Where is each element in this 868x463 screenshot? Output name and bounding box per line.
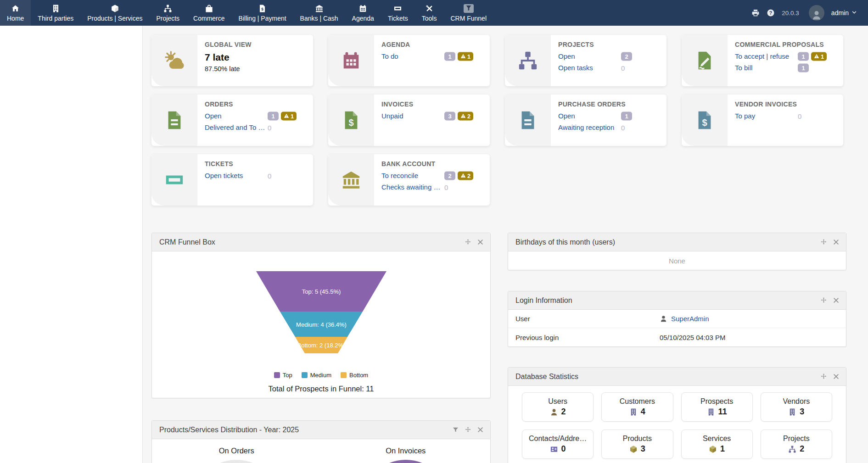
birthdays-empty-label: None (508, 251, 846, 270)
user-menu[interactable]: admin (831, 9, 857, 17)
stat-card-customers[interactable]: Customers4 (601, 392, 673, 422)
nav-item-billing-payment[interactable]: $Billing | Payment (232, 0, 293, 26)
file-signature-icon (694, 50, 715, 71)
infobox-link[interactable]: Open (558, 52, 575, 60)
close-widget-icon[interactable] (833, 297, 840, 304)
legend-item-top: Top (274, 372, 292, 379)
zero-value: 0 (444, 183, 448, 191)
move-widget-icon[interactable] (820, 297, 827, 304)
stat-card-vendors[interactable]: Vendors3 (761, 392, 832, 422)
user-avatar[interactable] (809, 5, 824, 21)
nav-item-products-services[interactable]: Products | Services (80, 0, 149, 26)
stat-card-users[interactable]: Users2 (522, 392, 594, 422)
move-widget-icon[interactable] (465, 426, 471, 433)
nav-item-agenda[interactable]: Agenda (345, 0, 381, 26)
close-widget-icon[interactable] (477, 239, 484, 245)
tickets-icon (393, 4, 402, 13)
pie-chart (362, 460, 449, 463)
cube-icon (709, 445, 717, 453)
distribution-widget-header: Products/Services Distribution - Year: 2… (152, 421, 490, 439)
infobox-link[interactable]: Checks awaiting … (381, 183, 440, 191)
nav-item-home[interactable]: Home (0, 0, 31, 26)
zero-value: 0 (268, 172, 271, 179)
nav-item-label: CRM Funnel (450, 15, 487, 22)
infobox-icon-pane (328, 35, 374, 86)
infobox-link[interactable]: Open tasks (558, 64, 593, 72)
infobox-link[interactable]: Delivered and To … (205, 123, 265, 131)
infobox-link[interactable]: To do (381, 52, 398, 60)
infobox-icon-pane (505, 95, 551, 146)
stat-card-value: 0 (561, 444, 566, 454)
file-dollar-icon: $ (341, 110, 362, 131)
nav-item-label: Tickets (388, 15, 408, 22)
infobox-link[interactable]: Unpaid (381, 112, 403, 120)
infobox-link[interactable]: Open (205, 112, 222, 120)
products-icon (111, 4, 119, 13)
warning-badge: 1 (458, 52, 473, 61)
infobox-link[interactable]: Open (558, 112, 575, 120)
login-info-widget: Login Information UserSuperAdminPrevious… (508, 291, 846, 347)
top-navbar: HomeThird partiesProducts | ServicesProj… (0, 0, 868, 26)
infobox-sub-value: 87.50% late (205, 64, 308, 74)
nav-item-tickets[interactable]: Tickets (381, 0, 415, 26)
move-widget-icon[interactable] (465, 239, 471, 245)
bank-icon (341, 169, 362, 190)
distribution-widget-title: Products/Services Distribution - Year: 2… (159, 426, 299, 434)
close-widget-icon[interactable] (833, 373, 840, 380)
nav-item-label: Agenda (352, 15, 374, 22)
infobox-link[interactable]: Open tickets (205, 172, 243, 179)
weather-cloud-sun-icon (164, 50, 185, 71)
nav-item-third-parties[interactable]: Third parties (31, 0, 80, 26)
stat-card-contacts-addre[interactable]: Contacts/Addre…0 (522, 430, 594, 459)
user-menu-label: admin (831, 9, 849, 17)
infobox-commercial-proposals: COMMERCIAL PROPOSALSTo accept | refuse11… (682, 35, 843, 86)
move-widget-icon[interactable] (820, 373, 827, 380)
count-badge: 2 (621, 52, 632, 61)
infobox-link[interactable]: To bill (735, 64, 752, 72)
top-navbar-right: ? 20.0.3 admin (751, 0, 868, 26)
company-icon (629, 408, 638, 416)
infobox-title: AGENDA (381, 41, 485, 48)
company-icon (707, 408, 715, 416)
svg-text:$: $ (702, 117, 707, 128)
infobox-link[interactable]: To reconcile (381, 172, 418, 179)
move-widget-icon[interactable] (820, 239, 827, 245)
stat-card-value: 3 (800, 407, 804, 417)
nav-item-crm-funnel[interactable]: CRM Funnel (443, 0, 493, 26)
close-widget-icon[interactable] (833, 239, 840, 245)
print-icon[interactable] (751, 9, 760, 17)
stat-card-projects[interactable]: Projects2 (761, 430, 832, 459)
filter-icon[interactable] (452, 426, 459, 433)
nav-item-banks-cash[interactable]: Banks | Cash (293, 0, 345, 26)
nav-item-label: Third parties (38, 15, 73, 22)
help-icon[interactable]: ? (767, 9, 775, 17)
database-statistics-header: Database Statistics (508, 368, 846, 386)
birthdays-widget: Birthdays of this month (users) None (508, 233, 846, 270)
infobox-link[interactable]: To accept | refuse (735, 52, 789, 60)
birthdays-widget-title: Birthdays of this month (users) (515, 238, 615, 246)
funnel-segment-label: Medium: 4 (36.4%) (296, 321, 347, 328)
close-widget-icon[interactable] (477, 426, 484, 433)
nav-item-commerce[interactable]: Commerce (186, 0, 231, 26)
crm-funnel-chart: Top: 5 (45.5%)Medium: 4 (36.4%)Bottom: 2… (152, 251, 490, 393)
commerce-icon (205, 4, 213, 13)
infobox-icon-pane (328, 154, 374, 206)
login-user-link[interactable]: SuperAdmin (671, 315, 709, 323)
top-menu: HomeThird partiesProducts | ServicesProj… (0, 0, 493, 26)
nav-item-tools[interactable]: Tools (415, 0, 444, 26)
infobox-main-value: 7 late (205, 50, 308, 64)
infobox-orders: ORDERSOpen11Delivered and To …0 (151, 95, 313, 146)
infobox-title: VENDOR INVOICES (735, 100, 839, 108)
infobox-link[interactable]: To pay (735, 112, 755, 120)
stat-card-label: Projects (783, 435, 810, 443)
warning-badge: 2 (458, 112, 473, 120)
infobox-icon-pane (505, 35, 551, 86)
nav-item-projects[interactable]: Projects (150, 0, 187, 26)
stat-card-label: Contacts/Addre… (529, 435, 587, 443)
count-badge: 1 (798, 52, 809, 61)
zero-value: 0 (621, 123, 625, 131)
stat-card-products[interactable]: Products3 (601, 430, 673, 459)
stat-card-prospects[interactable]: Prospects11 (681, 392, 753, 422)
stat-card-services[interactable]: Services1 (681, 430, 753, 459)
infobox-link[interactable]: Awaiting reception (558, 123, 614, 131)
